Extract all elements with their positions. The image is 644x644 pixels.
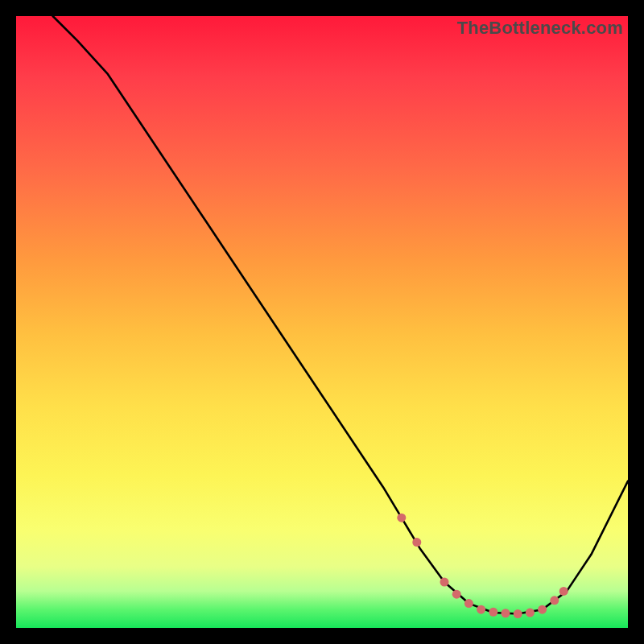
curve-line	[53, 16, 628, 614]
trough-dot	[412, 538, 421, 547]
trough-dot	[538, 605, 547, 614]
trough-dot	[440, 578, 449, 587]
trough-dot	[550, 596, 559, 605]
trough-dot	[397, 514, 406, 522]
trough-dot	[502, 609, 510, 617]
chart-frame: TheBottleneck.com	[16, 16, 628, 628]
trough-markers	[397, 514, 568, 618]
trough-dot	[526, 609, 535, 617]
chart-svg	[16, 16, 628, 628]
trough-dot	[514, 609, 522, 618]
trough-dot	[477, 605, 485, 614]
trough-dot	[559, 587, 568, 596]
trough-dot	[452, 590, 461, 599]
trough-dot	[489, 608, 497, 617]
trough-dot	[464, 599, 473, 608]
